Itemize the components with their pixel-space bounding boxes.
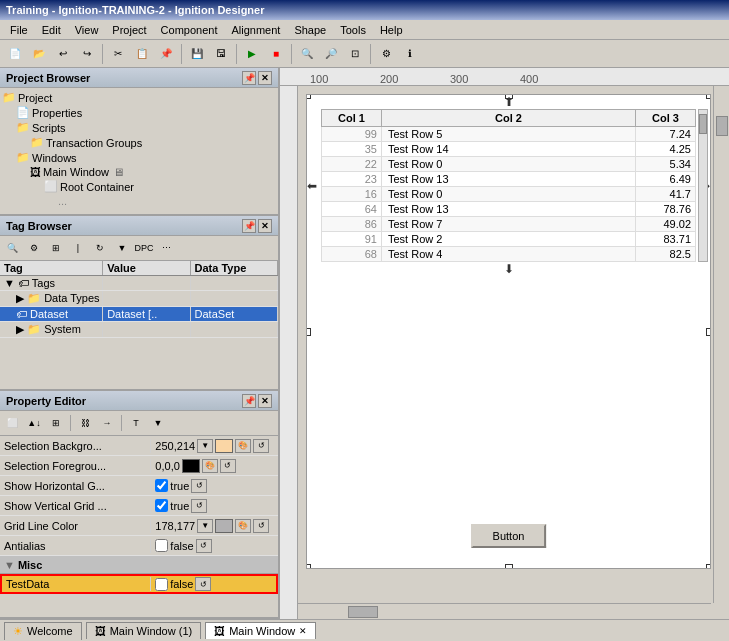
canvas-vscrollbar-thumb[interactable] bbox=[716, 116, 728, 136]
table-vscrollbar-thumb[interactable] bbox=[699, 114, 707, 134]
menu-shape[interactable]: Shape bbox=[288, 22, 332, 38]
tb-paste[interactable]: 📌 bbox=[155, 43, 177, 65]
tab-main-window[interactable]: 🖼 Main Window ✕ bbox=[205, 622, 316, 639]
tb-save[interactable]: 💾 bbox=[186, 43, 208, 65]
prop-sel-bg-color-pick[interactable]: 🎨 bbox=[235, 439, 251, 453]
system-expand-icon[interactable]: ▶ bbox=[16, 323, 24, 335]
canvas-hscrollbar-thumb[interactable] bbox=[348, 606, 378, 618]
tag-filter-btn[interactable]: ▼ bbox=[112, 238, 132, 258]
prop-expand-btn[interactable]: ⊞ bbox=[46, 413, 66, 433]
prop-antialias-checkbox[interactable] bbox=[155, 539, 168, 552]
prop-show-h-grid-checkbox[interactable] bbox=[155, 479, 168, 492]
prop-grid-color-dropdown[interactable]: ▼ bbox=[197, 519, 213, 533]
tag-row-system[interactable]: ▶ 📁 System bbox=[0, 322, 278, 338]
prop-show-h-grid-reset[interactable]: ↺ bbox=[191, 479, 207, 493]
tag-row-datatypes[interactable]: ▶ 📁 Data Types bbox=[0, 291, 278, 307]
prop-grid-color-pick[interactable]: 🎨 bbox=[235, 519, 251, 533]
prop-down-btn[interactable]: ▼ bbox=[148, 413, 168, 433]
table-row[interactable]: 35Test Row 144.25 bbox=[322, 142, 696, 157]
tb-zoom-out[interactable]: 🔎 bbox=[320, 43, 342, 65]
table-row[interactable]: 22Test Row 05.34 bbox=[322, 157, 696, 172]
tb-save2[interactable]: 🖫 bbox=[210, 43, 232, 65]
menu-view[interactable]: View bbox=[69, 22, 105, 38]
tab-welcome[interactable]: ☀ Welcome bbox=[4, 622, 82, 640]
table-row[interactable]: 91Test Row 283.71 bbox=[322, 232, 696, 247]
menu-tools[interactable]: Tools bbox=[334, 22, 372, 38]
tree-item-root-container[interactable]: ⬜ Root Container bbox=[2, 179, 276, 194]
handle-br[interactable] bbox=[706, 564, 711, 569]
tag-rows[interactable]: ▼ 🏷 Tags ▶ 📁 Data Types bbox=[0, 276, 278, 389]
tree-item-project[interactable]: 📁 Project bbox=[2, 90, 276, 105]
tree-item-windows[interactable]: 📁 Windows bbox=[2, 150, 276, 165]
tags-expand-icon[interactable]: ▼ bbox=[4, 277, 15, 289]
tb-play[interactable]: ▶ bbox=[241, 43, 263, 65]
tb-new[interactable]: 📄 bbox=[4, 43, 26, 65]
data-table[interactable]: Col 1 Col 2 Col 3 99Test Row 57.24 35Tes… bbox=[321, 109, 696, 262]
handle-bl[interactable] bbox=[306, 564, 311, 569]
tag-more-btn[interactable]: ⋯ bbox=[156, 238, 176, 258]
menu-edit[interactable]: Edit bbox=[36, 22, 67, 38]
tag-row-dataset[interactable]: 🏷 Dataset Dataset [.. DataSet bbox=[0, 307, 278, 322]
canvas-main[interactable]: ⬆ ⬅ ➡ ⬇ Col 1 Col 2 Col 3 bbox=[298, 86, 729, 619]
prop-testdata-checkbox[interactable] bbox=[155, 578, 168, 591]
tb-settings[interactable]: ⚙ bbox=[375, 43, 397, 65]
tab-main-window-1[interactable]: 🖼 Main Window (1) bbox=[86, 622, 202, 639]
tb-cut[interactable]: ✂ bbox=[107, 43, 129, 65]
tb-info[interactable]: ℹ bbox=[399, 43, 421, 65]
table-row[interactable]: 64Test Row 1378.76 bbox=[322, 202, 696, 217]
canvas-button[interactable]: Button bbox=[471, 524, 547, 548]
tag-new-btn[interactable]: 🔍 bbox=[2, 238, 22, 258]
tb-zoom-in[interactable]: 🔍 bbox=[296, 43, 318, 65]
tag-edit-btn[interactable]: ⚙ bbox=[24, 238, 44, 258]
menu-project[interactable]: Project bbox=[106, 22, 152, 38]
prop-antialias-reset[interactable]: ↺ bbox=[196, 539, 212, 553]
tb-zoom-fit[interactable]: ⊡ bbox=[344, 43, 366, 65]
menu-alignment[interactable]: Alignment bbox=[225, 22, 286, 38]
datatypes-expand-icon[interactable]: ▶ bbox=[16, 292, 24, 304]
table-row[interactable]: 99Test Row 57.24 bbox=[322, 127, 696, 142]
project-tree[interactable]: 📁 Project 📄 Properties 📁 Scripts 📁 Tran bbox=[0, 88, 278, 214]
prop-filter-btn[interactable]: ▲↓ bbox=[24, 413, 44, 433]
tree-item-transaction-groups[interactable]: 📁 Transaction Groups bbox=[2, 135, 276, 150]
col-header-1[interactable]: Col 1 bbox=[322, 110, 382, 127]
tree-item-properties[interactable]: 📄 Properties bbox=[2, 105, 276, 120]
tag-row-tags[interactable]: ▼ 🏷 Tags bbox=[0, 276, 278, 291]
pb-close-icon[interactable]: ✕ bbox=[258, 71, 272, 85]
col-header-3[interactable]: Col 3 bbox=[636, 110, 696, 127]
misc-collapse-icon[interactable]: ▼ bbox=[4, 559, 15, 571]
tree-item-main-window[interactable]: 🖼 Main Window 🖥 bbox=[2, 165, 276, 179]
prop-chain-btn[interactable]: ⛓ bbox=[75, 413, 95, 433]
handle-tl[interactable] bbox=[306, 94, 311, 99]
tb-pin-icon[interactable]: 📌 bbox=[242, 219, 256, 233]
pe-pin-icon[interactable]: 📌 bbox=[242, 394, 256, 408]
handle-bc[interactable] bbox=[505, 564, 513, 569]
tb-open[interactable]: 📂 bbox=[28, 43, 50, 65]
table-vscrollbar[interactable] bbox=[698, 109, 708, 262]
handle-mr[interactable] bbox=[706, 328, 711, 336]
canvas-hscrollbar[interactable] bbox=[298, 603, 711, 619]
tree-item-more[interactable]: ... bbox=[2, 194, 276, 208]
prop-arrow-btn[interactable]: → bbox=[97, 413, 117, 433]
prop-show-v-grid-reset[interactable]: ↺ bbox=[191, 499, 207, 513]
pb-pin-icon[interactable]: 📌 bbox=[242, 71, 256, 85]
menu-file[interactable]: File bbox=[4, 22, 34, 38]
prop-sel-bg-dropdown[interactable]: ▼ bbox=[197, 439, 213, 453]
tab-close-icon[interactable]: ✕ bbox=[299, 626, 307, 636]
menu-help[interactable]: Help bbox=[374, 22, 409, 38]
table-row[interactable]: 23Test Row 136.49 bbox=[322, 172, 696, 187]
prop-sel-fg-reset[interactable]: ↺ bbox=[220, 459, 236, 473]
canvas-vscrollbar[interactable] bbox=[713, 86, 729, 603]
tb-forward[interactable]: ↪ bbox=[76, 43, 98, 65]
menu-component[interactable]: Component bbox=[155, 22, 224, 38]
prop-text-btn[interactable]: T bbox=[126, 413, 146, 433]
handle-tr[interactable] bbox=[706, 94, 711, 99]
table-row[interactable]: 16Test Row 041.7 bbox=[322, 187, 696, 202]
prop-sel-fg-color-pick[interactable]: 🎨 bbox=[202, 459, 218, 473]
tb-stop[interactable]: ■ bbox=[265, 43, 287, 65]
prop-grid-color-reset[interactable]: ↺ bbox=[253, 519, 269, 533]
table-row[interactable]: 86Test Row 749.02 bbox=[322, 217, 696, 232]
tag-refresh-btn[interactable]: ↻ bbox=[90, 238, 110, 258]
tb-close-icon[interactable]: ✕ bbox=[258, 219, 272, 233]
tb-copy[interactable]: 📋 bbox=[131, 43, 153, 65]
tb-back[interactable]: ↩ bbox=[52, 43, 74, 65]
